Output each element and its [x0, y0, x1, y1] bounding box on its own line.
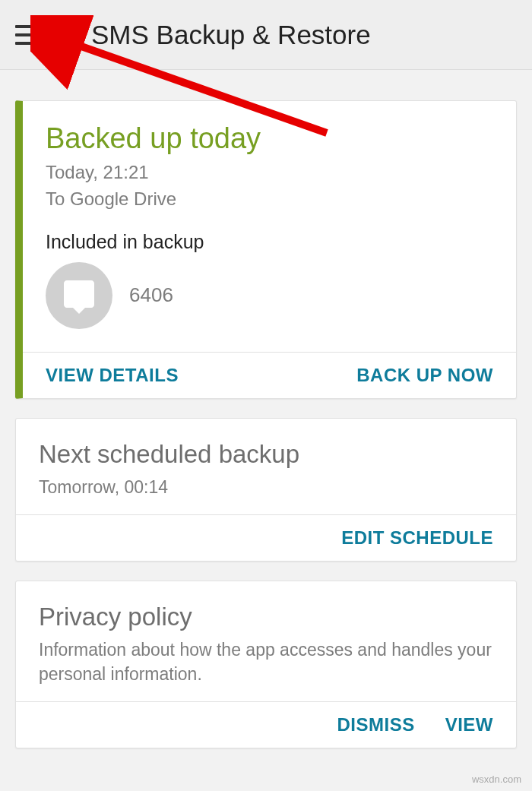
- content-area: Backed up today Today, 21:21 To Google D…: [0, 70, 532, 775]
- view-button[interactable]: VIEW: [445, 714, 493, 736]
- card-body: Privacy policy Information about how the…: [16, 581, 516, 701]
- watermark: wsxdn.com: [472, 774, 521, 785]
- privacy-card: Privacy policy Information about how the…: [15, 581, 517, 748]
- view-details-button[interactable]: VIEW DETAILS: [46, 365, 179, 386]
- schedule-title: Next scheduled backup: [39, 440, 493, 469]
- backup-now-button[interactable]: BACK UP NOW: [356, 365, 493, 386]
- backup-time: Today, 21:21: [46, 160, 493, 186]
- schedule-time: Tomorrow, 00:14: [39, 475, 493, 499]
- dismiss-button[interactable]: DISMISS: [337, 714, 414, 736]
- card-body: Backed up today Today, 21:21 To Google D…: [23, 101, 516, 352]
- app-bar: SMS Backup & Restore: [0, 0, 532, 70]
- backup-status-card: Backed up today Today, 21:21 To Google D…: [15, 100, 517, 399]
- card-actions: VIEW DETAILS BACK UP NOW: [23, 352, 516, 398]
- message-count-row: 6406: [46, 262, 493, 329]
- hamburger-menu-icon[interactable]: [15, 20, 46, 50]
- privacy-desc: Information about how the app accesses a…: [39, 638, 493, 686]
- message-count: 6406: [129, 283, 173, 307]
- backup-destination: To Google Drive: [46, 186, 493, 213]
- schedule-card: Next scheduled backup Tomorrow, 00:14 ED…: [15, 418, 517, 562]
- privacy-title: Privacy policy: [39, 603, 493, 631]
- message-icon: [46, 262, 112, 329]
- card-actions: EDIT SCHEDULE: [16, 514, 516, 561]
- included-label: Included in backup: [46, 231, 493, 253]
- card-actions: DISMISS VIEW: [16, 701, 516, 748]
- card-body: Next scheduled backup Tomorrow, 00:14: [16, 419, 516, 514]
- backup-status-title: Backed up today: [46, 122, 493, 155]
- app-title: SMS Backup & Restore: [91, 20, 371, 50]
- edit-schedule-button[interactable]: EDIT SCHEDULE: [341, 527, 493, 549]
